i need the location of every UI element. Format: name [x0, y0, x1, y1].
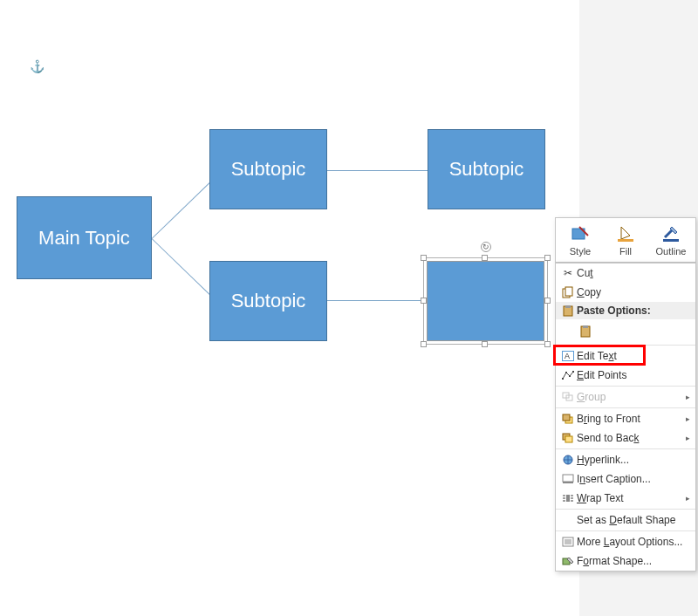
- mini-btn-label: Fill: [619, 246, 632, 257]
- svg-rect-1: [618, 239, 633, 242]
- svg-rect-22: [563, 475, 573, 482]
- menu-paste-options-header: Paste Options:: [556, 302, 695, 319]
- svg-rect-24: [566, 495, 570, 502]
- menu-label: Bring to Front: [577, 413, 686, 425]
- resize-handle[interactable]: [482, 341, 488, 347]
- style-icon: [571, 223, 590, 244]
- bring-to-front-icon: [559, 414, 577, 424]
- svg-rect-18: [563, 414, 570, 421]
- menu-item-send-to-back[interactable]: Send to Back ▸: [556, 428, 695, 448]
- submenu-arrow-icon: ▸: [686, 494, 690, 503]
- paste-icon: [559, 305, 577, 317]
- menu-separator: [556, 407, 695, 408]
- insert-caption-icon: [559, 474, 577, 484]
- shape-label: Subtopic: [449, 158, 524, 181]
- send-to-back-icon: [559, 433, 577, 443]
- svg-rect-6: [565, 305, 571, 308]
- menu-label: Paste Options:: [577, 305, 651, 317]
- resize-handle[interactable]: [421, 255, 427, 261]
- svg-text:A: A: [565, 352, 570, 360]
- submenu-arrow-icon: ▸: [686, 434, 690, 442]
- fill-button[interactable]: Fill: [603, 222, 648, 258]
- svg-rect-20: [565, 436, 572, 442]
- format-shape-icon: [559, 556, 577, 566]
- shape-selected[interactable]: ↻: [427, 261, 544, 341]
- menu-item-more-layout-options[interactable]: More Layout Options...: [556, 532, 695, 551]
- outline-icon: [661, 223, 681, 244]
- svg-rect-14: [572, 371, 574, 373]
- shape-subtopic[interactable]: Subtopic: [428, 129, 545, 209]
- menu-item-group: Group ▸: [556, 387, 695, 407]
- mini-toolbar: Style Fill Outline: [555, 217, 696, 263]
- resize-handle[interactable]: [482, 255, 488, 261]
- submenu-arrow-icon: ▸: [686, 414, 690, 423]
- menu-label: Send to Back: [577, 432, 686, 444]
- menu-label: Edit Text: [577, 350, 690, 362]
- resize-handle[interactable]: [544, 341, 551, 347]
- edit-text-icon: A: [559, 351, 577, 361]
- style-button[interactable]: Style: [558, 222, 603, 258]
- svg-rect-12: [565, 372, 567, 373]
- menu-label: Wrap Text: [577, 492, 686, 504]
- menu-label: Format Shape...: [577, 555, 690, 567]
- cut-icon: ✂: [559, 267, 577, 279]
- shape-subtopic[interactable]: Subtopic: [209, 129, 327, 209]
- menu-item-copy[interactable]: Copy: [556, 283, 695, 302]
- document-canvas[interactable]: ⚓ Main Topic Subtopic Subtopic Subtopic …: [0, 0, 579, 616]
- paste-options: [556, 319, 695, 344]
- connector: [326, 170, 428, 171]
- shape-label: Subtopic: [231, 158, 306, 181]
- menu-label: Insert Caption...: [577, 473, 690, 485]
- menu-label: Cut: [577, 267, 690, 279]
- shape-label: Main Topic: [38, 227, 130, 250]
- menu-label: Set as Default Shape: [577, 514, 690, 526]
- resize-handle[interactable]: [544, 255, 551, 261]
- group-icon: [559, 392, 577, 402]
- copy-icon: [559, 286, 577, 298]
- hyperlink-icon: [559, 455, 577, 465]
- mini-btn-label: Outline: [656, 246, 687, 257]
- resize-handle[interactable]: [544, 298, 551, 304]
- submenu-arrow-icon: ▸: [686, 393, 690, 401]
- menu-item-hyperlink[interactable]: Hyperlink...: [556, 450, 695, 469]
- connector: [152, 179, 214, 239]
- context-menu: ✂ Cut Copy Paste Options: A Edit Text Ed…: [555, 263, 696, 572]
- svg-rect-11: [562, 378, 564, 380]
- menu-separator: [556, 345, 695, 346]
- svg-rect-4: [565, 287, 572, 296]
- edit-points-icon: [559, 370, 577, 380]
- mini-btn-label: Style: [570, 246, 591, 257]
- shape-subtopic[interactable]: Subtopic: [209, 261, 327, 341]
- menu-separator: [556, 386, 695, 387]
- menu-separator: [556, 530, 695, 531]
- menu-label: Copy: [577, 286, 690, 298]
- menu-item-edit-text[interactable]: A Edit Text: [556, 346, 695, 366]
- menu-label: More Layout Options...: [577, 536, 690, 548]
- more-layout-icon: [559, 537, 577, 547]
- menu-label: Edit Points: [577, 369, 690, 381]
- paste-option-button[interactable]: [577, 322, 596, 341]
- connector: [152, 238, 214, 298]
- menu-separator: [556, 448, 695, 449]
- menu-item-set-as-default-shape[interactable]: Set as Default Shape: [556, 510, 695, 530]
- shape-fill: [427, 261, 544, 341]
- connector: [326, 300, 428, 301]
- resize-handle[interactable]: [421, 298, 427, 304]
- svg-rect-13: [569, 375, 571, 377]
- menu-separator: [556, 509, 695, 510]
- outline-button[interactable]: Outline: [648, 222, 694, 258]
- menu-item-wrap-text[interactable]: Wrap Text ▸: [556, 489, 695, 508]
- menu-item-cut[interactable]: ✂ Cut: [556, 264, 695, 283]
- svg-rect-23: [563, 482, 573, 483]
- menu-item-bring-to-front[interactable]: Bring to Front ▸: [556, 409, 695, 428]
- svg-rect-8: [583, 325, 588, 328]
- shape-main-topic[interactable]: Main Topic: [17, 196, 152, 279]
- menu-label: Group: [577, 391, 686, 403]
- shape-label: Subtopic: [231, 290, 306, 312]
- menu-label: Hyperlink...: [577, 454, 690, 466]
- resize-handle[interactable]: [421, 341, 427, 347]
- menu-item-edit-points[interactable]: Edit Points: [556, 366, 695, 385]
- menu-item-insert-caption[interactable]: Insert Caption...: [556, 469, 695, 489]
- menu-item-format-shape[interactable]: Format Shape...: [556, 551, 695, 571]
- rotate-handle[interactable]: ↻: [481, 242, 491, 252]
